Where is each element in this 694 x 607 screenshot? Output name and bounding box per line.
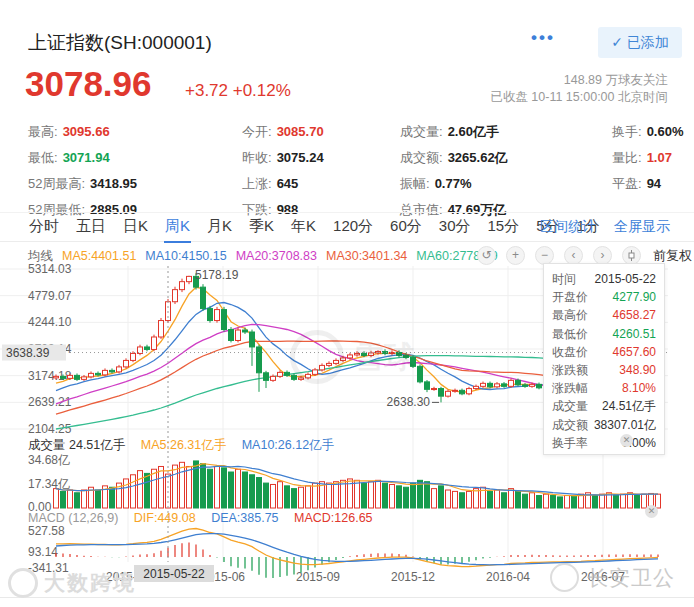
tab-120分[interactable]: 120分: [332, 213, 374, 243]
adjust-mode-label[interactable]: 前复权: [653, 247, 692, 265]
svg-text:2015-12: 2015-12: [391, 570, 435, 584]
svg-text:5178.19: 5178.19: [195, 268, 239, 282]
tooltip-value: 2015-05-22: [595, 270, 656, 288]
undo-icon[interactable]: ↺: [477, 246, 496, 265]
macd-pane-header: MACD (12,26,9) DIF:449.08 DEA:385.75 MAC…: [28, 511, 373, 525]
svg-text:2015-05-22: 2015-05-22: [143, 567, 205, 581]
stat-row: 上涨:645: [242, 171, 324, 197]
tab-日K[interactable]: 日K: [122, 213, 149, 243]
svg-text:93.14: 93.14: [28, 545, 58, 559]
svg-text:2015-09: 2015-09: [296, 570, 340, 584]
stat-value: 3075.24: [277, 150, 324, 165]
tooltip-row: 涨跌额348.90: [552, 361, 656, 379]
more-menu-icon[interactable]: •••: [531, 28, 555, 48]
svg-text:2016-04: 2016-04: [486, 570, 530, 584]
period-tabbar: 分时五日日K周K月K季K年K120分60分30分15分5分1分 区间统计全屏显示: [0, 212, 694, 242]
stat-value: 2.60亿手: [448, 124, 499, 139]
link-全屏显示[interactable]: 全屏显示: [614, 218, 670, 236]
tooltip-label: 换手率: [552, 434, 588, 452]
tooltip-row: 成交量24.51亿手: [552, 397, 656, 415]
stat-label: 振幅:: [400, 176, 430, 191]
tooltip-value: 4657.60: [613, 343, 656, 361]
stat-value: 94: [647, 176, 661, 191]
svg-text:4244.10: 4244.10: [28, 315, 72, 329]
tab-年K[interactable]: 年K: [290, 213, 317, 243]
svg-text:2104.25: 2104.25: [28, 422, 72, 436]
stat-value: 3265.62亿: [448, 150, 508, 165]
stat-row: 最低:3071.94: [28, 145, 137, 171]
tab-15分[interactable]: 15分: [486, 213, 520, 243]
svg-text:2639.21: 2639.21: [28, 395, 72, 409]
volume-ma10: MA10:26.12亿手: [242, 438, 334, 452]
stats-column-2: 成交量:2.60亿手成交额:3265.62亿振幅:0.77%总市值:47.69万…: [400, 119, 508, 223]
stat-row: 52周最高:3418.95: [28, 171, 137, 197]
svg-text:2015-06: 2015-06: [201, 570, 245, 584]
svg-text:3174.18: 3174.18: [28, 369, 72, 383]
tooltip-row: 收盘价4657.60: [552, 343, 656, 361]
link-区间统计[interactable]: 区间统计: [540, 218, 596, 236]
tab-季K[interactable]: 季K: [248, 213, 275, 243]
tooltip-row: 最高价4658.27: [552, 306, 656, 324]
stat-label: 平盘:: [612, 176, 642, 191]
tooltip-row: 最低价4260.51: [552, 325, 656, 343]
period-tabs: 分时五日日K周K月K季K年K120分60分30分15分5分1分: [28, 213, 601, 243]
zoom-in-icon[interactable]: +: [506, 246, 525, 265]
tooltip-row: 涨跌幅8.10%: [552, 379, 656, 397]
stat-value: 3095.66: [63, 124, 110, 139]
changan-logo-icon: [550, 563, 579, 592]
stat-label: 上涨:: [242, 176, 272, 191]
tab-周K[interactable]: 周K: [164, 213, 191, 243]
stat-row: 量比:1.07: [612, 145, 684, 171]
stat-row: 昨收:3075.24: [242, 145, 324, 171]
tab-五日[interactable]: 五日: [75, 213, 107, 243]
svg-text:3709.14: 3709.14: [28, 342, 72, 356]
stats-column-0: 最高:3095.66最低:3071.9452周最高:3418.9552周最低:2…: [28, 119, 137, 223]
tab-月K[interactable]: 月K: [206, 213, 233, 243]
volume-pane-header: 成交量 24.51亿手 MA5:26.31亿手 MA10:26.12亿手: [28, 437, 334, 454]
tooltip-value: 4277.90: [613, 288, 656, 306]
svg-text:34.68亿: 34.68亿: [28, 453, 70, 467]
stat-row: 振幅:0.77%: [400, 171, 508, 197]
tooltip-label: 最高价: [552, 306, 588, 324]
tooltip-label: 涨跌额: [552, 361, 588, 379]
stat-value: 3418.95: [90, 176, 137, 191]
stat-label: 昨收:: [242, 150, 272, 165]
tooltip-row: 成交额38307.01亿: [552, 416, 656, 434]
stat-label: 成交量:: [400, 124, 443, 139]
stat-value: 1.07: [647, 150, 672, 165]
tooltip-value: 4658.27: [613, 306, 656, 324]
tooltip-label: 时间: [552, 270, 576, 288]
tab-30分[interactable]: 30分: [438, 213, 472, 243]
tooltip-value: 8.10%: [622, 379, 656, 397]
watermark-close-icon[interactable]: ✕: [645, 505, 658, 518]
current-price: 3078.96: [25, 64, 152, 104]
volume-ma5: MA5:26.31亿手: [141, 438, 226, 452]
xueqiu-watermark: 雪球: [290, 330, 414, 384]
tooltip-label: 开盘价: [552, 288, 588, 306]
stat-label: 最高:: [28, 124, 58, 139]
chart-action-links: 区间统计全屏显示: [540, 218, 670, 236]
tooltip-close-icon[interactable]: ✕: [620, 434, 633, 447]
stat-value: 645: [277, 176, 299, 191]
macd-dif: DIF:449.08: [134, 511, 196, 525]
svg-text:3638.39: 3638.39: [6, 346, 50, 360]
tooltip-label: 涨跌幅: [552, 379, 588, 397]
tooltip-row: 换手率0.00%: [552, 434, 656, 452]
svg-text:527.58: 527.58: [28, 524, 65, 538]
bottom-left-watermark: 大数跨境: [8, 568, 136, 598]
tooltip-value: 4260.51: [613, 325, 656, 343]
tab-60分[interactable]: 60分: [389, 213, 423, 243]
tooltip-row: 时间2015-05-22: [552, 270, 656, 288]
followers-count: 148.89 万球友关注: [564, 72, 668, 89]
ma-label: MA30:3401.34: [326, 249, 407, 263]
svg-text:4779.07: 4779.07: [28, 289, 72, 303]
svg-text:17.34亿: 17.34亿: [28, 477, 70, 491]
added-button[interactable]: ✓ 已添加: [598, 27, 682, 58]
tooltip-value: 24.51亿手: [602, 397, 656, 415]
stat-value: 3085.70: [277, 124, 324, 139]
tab-分时[interactable]: 分时: [28, 213, 60, 243]
tooltip-label: 收盘价: [552, 343, 588, 361]
stat-row: 最高:3095.66: [28, 119, 137, 145]
price-change: +3.72 +0.12%: [185, 81, 291, 101]
stat-value: 0.77%: [435, 176, 472, 191]
